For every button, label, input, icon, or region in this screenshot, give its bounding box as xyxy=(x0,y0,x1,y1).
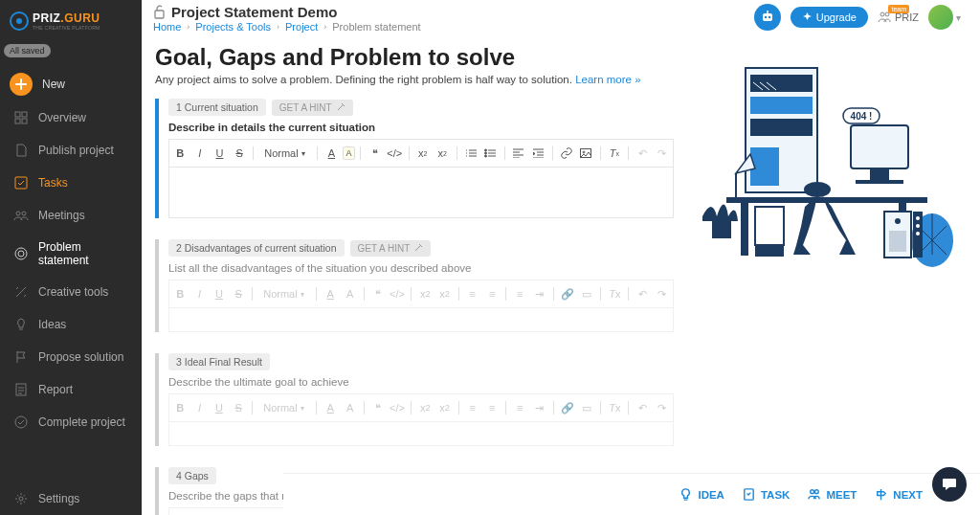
gear-icon xyxy=(13,491,29,506)
text-color-button[interactable]: A xyxy=(322,284,339,303)
ol-button[interactable]: ≡ xyxy=(464,398,481,417)
bold-button[interactable]: B xyxy=(171,398,189,417)
meet-button[interactable]: MEET xyxy=(807,487,857,502)
nav-ideas[interactable]: Ideas xyxy=(0,308,142,341)
strike-button[interactable]: S xyxy=(231,144,249,163)
underline-button[interactable]: U xyxy=(211,284,228,303)
highlight-button[interactable]: A xyxy=(341,284,358,303)
saved-badge: All saved xyxy=(4,44,51,57)
nav-creative-tools[interactable]: Creative tools xyxy=(0,276,142,308)
undo-button[interactable]: ↶ xyxy=(634,144,652,163)
clear-format-button[interactable]: Tx xyxy=(605,144,623,163)
align-button[interactable]: ≡ xyxy=(511,398,528,417)
hint-button[interactable]: GET A HINT xyxy=(350,240,432,257)
ul-button[interactable]: ≡ xyxy=(483,284,501,303)
nav-tasks[interactable]: Tasks xyxy=(0,167,142,199)
user-menu[interactable]: ▾ xyxy=(928,5,961,30)
strike-button[interactable]: S xyxy=(230,398,247,417)
nav-meetings[interactable]: Meetings xyxy=(0,199,142,232)
wand-icon xyxy=(413,243,423,253)
nav-label: Propose solution xyxy=(38,350,123,364)
redo-button[interactable]: ↷ xyxy=(654,144,672,163)
code-button[interactable]: </> xyxy=(389,284,406,303)
bc-home[interactable]: Home xyxy=(153,21,181,33)
logo[interactable]: PRIZ.GURU THE CREATIVE PLATFORM xyxy=(0,6,142,36)
hint-button[interactable]: GET A HINT xyxy=(272,100,353,116)
paragraph-select[interactable]: Normal▾ xyxy=(257,288,311,300)
indent-button[interactable]: ⇥ xyxy=(530,284,547,303)
header: Project Statement Demo Home › Projects &… xyxy=(142,0,980,36)
workspace-switcher[interactable]: team PRIZ xyxy=(878,11,919,23)
editor-body[interactable] xyxy=(168,307,674,332)
link-button[interactable]: 🔗 xyxy=(559,284,576,303)
italic-button[interactable]: I xyxy=(190,398,208,417)
link-button[interactable] xyxy=(557,144,575,163)
text-color-button[interactable]: A xyxy=(323,144,341,163)
undo-button[interactable]: ↶ xyxy=(634,398,651,417)
indent-button[interactable] xyxy=(529,144,547,163)
nav-propose[interactable]: Propose solution xyxy=(0,341,142,373)
italic-button[interactable]: I xyxy=(190,284,208,303)
ordered-list-button[interactable] xyxy=(461,144,479,163)
quote-button[interactable]: ❝ xyxy=(366,144,384,163)
paragraph-select[interactable]: Normal▾ xyxy=(257,402,311,414)
nav-label: Report xyxy=(38,383,73,396)
italic-button[interactable]: I xyxy=(191,144,210,163)
code-button[interactable]: </> xyxy=(386,144,404,163)
next-button[interactable]: NEXT xyxy=(874,487,923,502)
editor-body[interactable] xyxy=(168,421,674,446)
bold-button[interactable]: B xyxy=(171,144,189,163)
assistant-avatar[interactable] xyxy=(754,4,781,31)
nav-complete[interactable]: Complete project xyxy=(0,406,142,438)
align-button[interactable] xyxy=(509,144,527,163)
chat-fab[interactable] xyxy=(932,467,967,502)
nav-new[interactable]: New xyxy=(0,67,142,101)
superscript-button[interactable]: x2 xyxy=(435,398,453,417)
subscript-button[interactable]: x2 xyxy=(416,284,434,303)
bold-button[interactable]: B xyxy=(171,284,189,303)
subscript-button[interactable]: x2 xyxy=(413,144,432,163)
code-button[interactable]: </> xyxy=(389,398,406,417)
redo-button[interactable]: ↷ xyxy=(654,398,671,417)
nav-problem-statement[interactable]: Problem statement xyxy=(0,232,142,276)
nav-settings[interactable]: Settings xyxy=(0,482,142,515)
superscript-button[interactable]: x2 xyxy=(434,144,452,163)
quote-button[interactable]: ❝ xyxy=(369,284,387,303)
align-button[interactable]: ≡ xyxy=(511,284,528,303)
ul-button[interactable]: ≡ xyxy=(483,398,501,417)
nav: New Overview Publish project Tasks Meeti… xyxy=(0,67,142,438)
svg-point-16 xyxy=(880,12,884,16)
unordered-list-button[interactable] xyxy=(481,144,500,163)
nav-overview[interactable]: Overview xyxy=(0,101,142,134)
highlight-button[interactable]: A xyxy=(341,398,358,417)
upgrade-button[interactable]: Upgrade xyxy=(791,7,868,28)
section-disadvantages: 2 Disadvantages of current situation GET… xyxy=(155,239,674,332)
undo-button[interactable]: ↶ xyxy=(634,284,651,303)
image-button[interactable]: ▭ xyxy=(578,284,595,303)
underline-button[interactable]: U xyxy=(211,144,229,163)
redo-button[interactable]: ↷ xyxy=(654,284,671,303)
bc-project[interactable]: Project xyxy=(285,21,318,33)
highlight-button[interactable]: A xyxy=(343,146,356,160)
strike-button[interactable]: S xyxy=(230,284,247,303)
nav-report[interactable]: Report xyxy=(0,373,142,406)
link-button[interactable]: 🔗 xyxy=(559,398,576,417)
underline-button[interactable]: U xyxy=(211,398,228,417)
editor-body[interactable] xyxy=(168,167,674,218)
idea-button[interactable]: IDEA xyxy=(679,487,724,502)
nav-publish[interactable]: Publish project xyxy=(0,134,142,167)
clear-button[interactable]: Tx xyxy=(606,284,623,303)
paragraph-select[interactable]: Normal▾ xyxy=(258,147,312,159)
clear-button[interactable]: Tx xyxy=(606,398,623,417)
text-color-button[interactable]: A xyxy=(322,398,339,417)
subscript-button[interactable]: x2 xyxy=(416,398,434,417)
bc-projects[interactable]: Projects & Tools xyxy=(195,21,271,33)
indent-button[interactable]: ⇥ xyxy=(530,398,547,417)
learn-more-link[interactable]: Learn more » xyxy=(575,74,640,85)
image-button[interactable] xyxy=(577,144,595,163)
task-button[interactable]: TASK xyxy=(742,487,790,502)
ol-button[interactable]: ≡ xyxy=(464,284,481,303)
image-button[interactable]: ▭ xyxy=(578,398,595,417)
superscript-button[interactable]: x2 xyxy=(435,284,453,303)
quote-button[interactable]: ❝ xyxy=(369,398,387,417)
